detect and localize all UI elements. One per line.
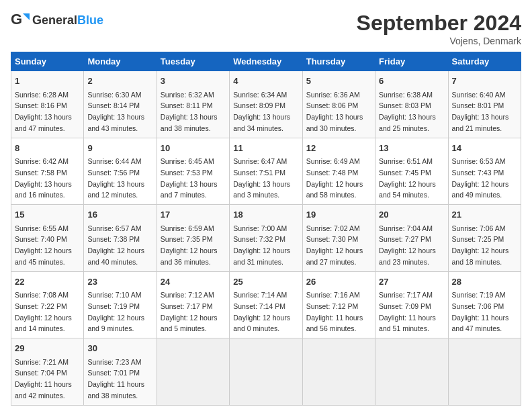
day-number: 24 (161, 275, 226, 289)
day-number: 8 (15, 142, 80, 155)
day-info: Sunrise: 7:19 AMSunset: 7:06 PMDaylight:… (452, 291, 509, 332)
day-number: 21 (452, 208, 517, 222)
day-number: 4 (233, 75, 298, 88)
day-number: 6 (379, 75, 444, 88)
calendar-cell: 15Sunrise: 6:55 AMSunset: 7:40 PMDayligh… (11, 205, 84, 272)
day-number: 20 (379, 208, 444, 222)
calendar-cell: 14Sunrise: 6:53 AMSunset: 7:43 PMDayligh… (448, 138, 521, 205)
day-number: 9 (87, 142, 152, 155)
calendar-week-row: 1Sunrise: 6:28 AMSunset: 8:16 PMDaylight… (11, 71, 521, 138)
day-number: 19 (306, 208, 371, 222)
calendar-cell: 21Sunrise: 7:06 AMSunset: 7:25 PMDayligh… (448, 205, 521, 272)
day-number: 25 (233, 275, 298, 289)
day-info: Sunrise: 7:04 AMSunset: 7:27 PMDaylight:… (379, 224, 436, 266)
calendar-cell: 1Sunrise: 6:28 AMSunset: 8:16 PMDaylight… (11, 71, 84, 138)
calendar-cell: 13Sunrise: 6:51 AMSunset: 7:45 PMDayligh… (375, 138, 448, 205)
day-number: 14 (452, 142, 517, 155)
day-info: Sunrise: 6:59 AMSunset: 7:35 PMDaylight:… (161, 224, 218, 266)
day-info: Sunrise: 6:51 AMSunset: 7:45 PMDaylight:… (379, 157, 436, 199)
calendar-cell: 2Sunrise: 6:30 AMSunset: 8:14 PMDaylight… (84, 71, 157, 138)
day-info: Sunrise: 6:30 AMSunset: 8:14 PMDaylight:… (87, 91, 144, 132)
day-number: 28 (452, 275, 517, 289)
day-number: 11 (233, 142, 298, 155)
logo-blue: Blue (77, 13, 103, 27)
logo: G GeneralBlue (11, 11, 103, 30)
day-info: Sunrise: 6:47 AMSunset: 7:51 PMDaylight:… (233, 157, 290, 199)
svg-text:G: G (11, 11, 22, 28)
day-info: Sunrise: 6:34 AMSunset: 8:09 PMDaylight:… (233, 91, 290, 132)
day-number: 1 (15, 75, 80, 88)
weekday-header-row: SundayMondayTuesdayWednesdayThursdayFrid… (11, 52, 521, 71)
weekday-header-thursday: Thursday (302, 52, 375, 71)
calendar-cell (157, 338, 229, 406)
calendar-cell: 10Sunrise: 6:45 AMSunset: 7:53 PMDayligh… (157, 138, 229, 205)
day-info: Sunrise: 7:10 AMSunset: 7:19 PMDaylight:… (87, 291, 144, 332)
weekday-header-friday: Friday (375, 52, 448, 71)
day-info: Sunrise: 6:42 AMSunset: 7:58 PMDaylight:… (15, 157, 72, 199)
calendar-cell: 5Sunrise: 6:36 AMSunset: 8:06 PMDaylight… (302, 71, 375, 138)
calendar-cell: 20Sunrise: 7:04 AMSunset: 7:27 PMDayligh… (375, 205, 448, 272)
calendar-cell: 11Sunrise: 6:47 AMSunset: 7:51 PMDayligh… (230, 138, 302, 205)
day-number: 16 (87, 208, 152, 222)
calendar-cell: 24Sunrise: 7:12 AMSunset: 7:17 PMDayligh… (157, 271, 229, 338)
day-number: 7 (452, 75, 517, 88)
day-number: 2 (87, 75, 152, 88)
calendar-cell: 22Sunrise: 7:08 AMSunset: 7:22 PMDayligh… (11, 271, 84, 338)
calendar-cell (448, 338, 521, 406)
day-number: 5 (306, 75, 371, 88)
day-info: Sunrise: 6:55 AMSunset: 7:40 PMDaylight:… (15, 224, 72, 266)
calendar-cell: 12Sunrise: 6:49 AMSunset: 7:48 PMDayligh… (302, 138, 375, 205)
day-number: 18 (233, 208, 298, 222)
day-info: Sunrise: 6:57 AMSunset: 7:38 PMDaylight:… (87, 224, 144, 266)
day-info: Sunrise: 7:14 AMSunset: 7:14 PMDaylight:… (233, 291, 290, 332)
calendar-cell: 26Sunrise: 7:16 AMSunset: 7:12 PMDayligh… (302, 271, 375, 338)
calendar-cell: 30Sunrise: 7:23 AMSunset: 7:01 PMDayligh… (84, 338, 157, 406)
day-info: Sunrise: 6:49 AMSunset: 7:48 PMDaylight:… (306, 157, 363, 199)
day-info: Sunrise: 7:00 AMSunset: 7:32 PMDaylight:… (233, 224, 290, 266)
calendar-week-row: 29Sunrise: 7:21 AMSunset: 7:04 PMDayligh… (11, 338, 521, 406)
day-info: Sunrise: 7:06 AMSunset: 7:25 PMDaylight:… (452, 224, 509, 266)
day-number: 23 (87, 275, 152, 289)
day-number: 29 (15, 342, 80, 355)
calendar-cell: 9Sunrise: 6:44 AMSunset: 7:56 PMDaylight… (84, 138, 157, 205)
day-info: Sunrise: 6:28 AMSunset: 8:16 PMDaylight:… (15, 91, 72, 132)
calendar-week-row: 22Sunrise: 7:08 AMSunset: 7:22 PMDayligh… (11, 271, 521, 338)
calendar-cell: 16Sunrise: 6:57 AMSunset: 7:38 PMDayligh… (84, 205, 157, 272)
calendar-cell: 29Sunrise: 7:21 AMSunset: 7:04 PMDayligh… (11, 338, 84, 406)
day-number: 17 (161, 208, 226, 222)
day-info: Sunrise: 6:36 AMSunset: 8:06 PMDaylight:… (306, 91, 363, 132)
calendar-title: September 2024 (357, 11, 521, 36)
calendar-cell: 4Sunrise: 6:34 AMSunset: 8:09 PMDaylight… (230, 71, 302, 138)
day-info: Sunrise: 7:21 AMSunset: 7:04 PMDaylight:… (15, 358, 72, 400)
day-info: Sunrise: 6:44 AMSunset: 7:56 PMDaylight:… (87, 157, 144, 199)
weekday-header-sunday: Sunday (11, 52, 84, 71)
day-number: 22 (15, 275, 80, 289)
calendar-cell: 6Sunrise: 6:38 AMSunset: 8:03 PMDaylight… (375, 71, 448, 138)
calendar-cell: 3Sunrise: 6:32 AMSunset: 8:11 PMDaylight… (157, 71, 229, 138)
day-number: 30 (87, 342, 152, 355)
day-number: 13 (379, 142, 444, 155)
title-area: September 2024 Vojens, Denmark (357, 11, 521, 46)
day-info: Sunrise: 6:40 AMSunset: 8:01 PMDaylight:… (452, 91, 509, 132)
day-info: Sunrise: 7:08 AMSunset: 7:22 PMDaylight:… (15, 291, 72, 332)
day-number: 3 (161, 75, 226, 88)
calendar-table: SundayMondayTuesdayWednesdayThursdayFrid… (11, 52, 521, 406)
weekday-header-wednesday: Wednesday (230, 52, 302, 71)
day-info: Sunrise: 7:17 AMSunset: 7:09 PMDaylight:… (379, 291, 436, 332)
calendar-week-row: 8Sunrise: 6:42 AMSunset: 7:58 PMDaylight… (11, 138, 521, 205)
day-info: Sunrise: 7:12 AMSunset: 7:17 PMDaylight:… (161, 291, 218, 332)
logo-general: General (32, 13, 77, 27)
weekday-header-saturday: Saturday (448, 52, 521, 71)
day-number: 12 (306, 142, 371, 155)
day-number: 15 (15, 208, 80, 222)
calendar-cell (375, 338, 448, 406)
weekday-header-tuesday: Tuesday (157, 52, 229, 71)
svg-marker-1 (23, 13, 30, 20)
logo-icon: G (11, 11, 30, 30)
calendar-subtitle: Vojens, Denmark (357, 36, 521, 46)
calendar-cell: 23Sunrise: 7:10 AMSunset: 7:19 PMDayligh… (84, 271, 157, 338)
day-info: Sunrise: 7:02 AMSunset: 7:30 PMDaylight:… (306, 224, 363, 266)
calendar-body: 1Sunrise: 6:28 AMSunset: 8:16 PMDaylight… (11, 71, 521, 406)
calendar-cell: 28Sunrise: 7:19 AMSunset: 7:06 PMDayligh… (448, 271, 521, 338)
calendar-cell: 19Sunrise: 7:02 AMSunset: 7:30 PMDayligh… (302, 205, 375, 272)
